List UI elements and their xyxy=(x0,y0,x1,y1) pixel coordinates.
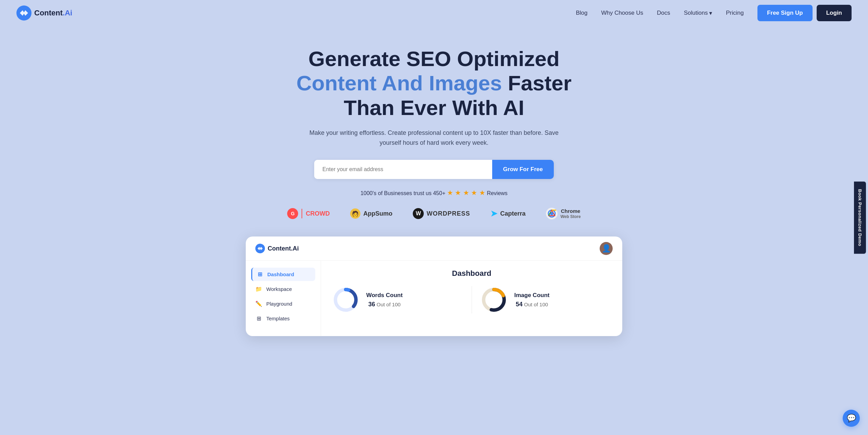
logo[interactable]: Content.Ai xyxy=(16,5,72,21)
nav-pricing[interactable]: Pricing xyxy=(726,10,744,16)
dash-logo: Content.Ai xyxy=(255,244,299,253)
nav-docs[interactable]: Docs xyxy=(657,10,670,16)
stats-row: Words Count 36 Out of 100 xyxy=(332,286,611,314)
dashboard-header: Content.Ai 👤 xyxy=(246,236,622,261)
sidebar-label-templates: Templates xyxy=(266,316,290,321)
apps-icon: ⊞ xyxy=(255,315,262,322)
brand-chrome: Chrome Web Store xyxy=(546,208,580,219)
chat-button[interactable]: 💬 xyxy=(843,410,860,427)
dashboard-title: Dashboard xyxy=(332,269,611,278)
sidebar-item-dashboard[interactable]: ⊞ Dashboard xyxy=(251,268,315,281)
nav-buttons: Free Sign Up Login xyxy=(757,5,852,21)
nav-links: Blog Why Choose Us Docs Solutions ▾ Pric… xyxy=(576,10,744,17)
brand-g2: G CROWD xyxy=(287,208,330,219)
sidebar-label-dashboard: Dashboard xyxy=(267,271,294,277)
nav-why-choose-us[interactable]: Why Choose Us xyxy=(601,10,643,16)
grid-icon: ⊞ xyxy=(256,271,263,278)
image-donut xyxy=(480,286,508,314)
login-button[interactable]: Login xyxy=(817,5,852,21)
hero-title-highlight: Content And Images xyxy=(296,71,502,95)
book-demo-tab[interactable]: Book Personalized Demo xyxy=(854,181,866,254)
g2-label: CROWD xyxy=(306,210,330,217)
sidebar-item-workspace[interactable]: 📁 Workspace xyxy=(251,282,315,296)
dashboard-main: Dashboard Words Count xyxy=(321,261,622,336)
brands-row: G CROWD 🧑 AppSumo W WordPress ➤ Capterra xyxy=(16,208,852,219)
words-label: Words Count xyxy=(366,292,403,299)
dash-logo-icon xyxy=(255,244,265,253)
capterra-label: Capterra xyxy=(500,210,525,217)
words-count-card: Words Count 36 Out of 100 xyxy=(332,286,463,314)
edit-icon: ✏️ xyxy=(255,300,262,307)
image-stat-info: Image Count 54 Out of 100 xyxy=(514,292,550,308)
chat-icon: 💬 xyxy=(847,414,856,423)
folder-icon: 📁 xyxy=(255,286,262,292)
appsumo-label: AppSumo xyxy=(363,210,392,217)
g2-icon: G xyxy=(287,208,298,219)
email-form: Grow For Free xyxy=(314,160,554,179)
capterra-icon: ➤ xyxy=(490,209,497,218)
image-count-card: Image Count 54 Out of 100 xyxy=(480,286,612,314)
words-stat-info: Words Count 36 Out of 100 xyxy=(366,292,403,308)
words-value: 36 Out of 100 xyxy=(366,301,403,308)
stats-divider xyxy=(472,286,472,314)
hero-section: Generate SEO Optimized Content And Image… xyxy=(0,26,868,350)
image-label: Image Count xyxy=(514,292,550,299)
sidebar-item-templates[interactable]: ⊞ Templates xyxy=(251,312,315,325)
user-avatar[interactable]: 👤 xyxy=(600,242,613,255)
logo-text: Content.Ai xyxy=(34,9,72,17)
chrome-text: Chrome Web Store xyxy=(560,208,580,219)
words-donut xyxy=(332,286,359,314)
sidebar-label-workspace: Workspace xyxy=(266,286,292,292)
hero-title: Generate SEO Optimized Content And Image… xyxy=(280,47,588,120)
hero-title-part1: Generate SEO Optimized xyxy=(308,47,560,71)
logo-icon xyxy=(16,5,31,21)
chevron-down-icon: ▾ xyxy=(709,10,712,17)
nav-solutions[interactable]: Solutions ▾ xyxy=(684,10,712,17)
wordpress-icon: W xyxy=(413,208,424,219)
g2-divider xyxy=(302,209,302,218)
brand-appsumo: 🧑 AppSumo xyxy=(350,208,392,219)
chrome-icon xyxy=(546,208,558,219)
navbar: Content.Ai Blog Why Choose Us Docs Solut… xyxy=(0,0,868,26)
wordpress-label: WordPress xyxy=(426,210,470,217)
dash-logo-text: Content.Ai xyxy=(268,245,299,252)
brand-wordpress: W WordPress xyxy=(413,208,470,219)
dashboard-preview: Content.Ai 👤 ⊞ Dashboard 📁 Workspace ✏️ xyxy=(246,236,622,336)
trust-text: 1000's of Businesses trust us 450+ ★ ★ ★… xyxy=(16,189,852,197)
image-value: 54 Out of 100 xyxy=(514,301,550,308)
sidebar-label-playground: Playground xyxy=(266,301,292,307)
email-input[interactable] xyxy=(314,160,492,179)
sidebar-item-playground[interactable]: ✏️ Playground xyxy=(251,297,315,310)
dashboard-body: ⊞ Dashboard 📁 Workspace ✏️ Playground ⊞ … xyxy=(246,261,622,336)
brand-capterra: ➤ Capterra xyxy=(490,209,525,218)
appsumo-icon: 🧑 xyxy=(350,208,360,219)
nav-blog[interactable]: Blog xyxy=(576,10,587,16)
stars: ★ ★ ★ ★ ★ xyxy=(447,189,485,196)
hero-subtitle: Make your writing effortless. Create pro… xyxy=(307,128,561,148)
signup-button[interactable]: Free Sign Up xyxy=(757,5,813,21)
grow-button[interactable]: Grow For Free xyxy=(492,160,554,179)
sidebar: ⊞ Dashboard 📁 Workspace ✏️ Playground ⊞ … xyxy=(246,261,321,336)
